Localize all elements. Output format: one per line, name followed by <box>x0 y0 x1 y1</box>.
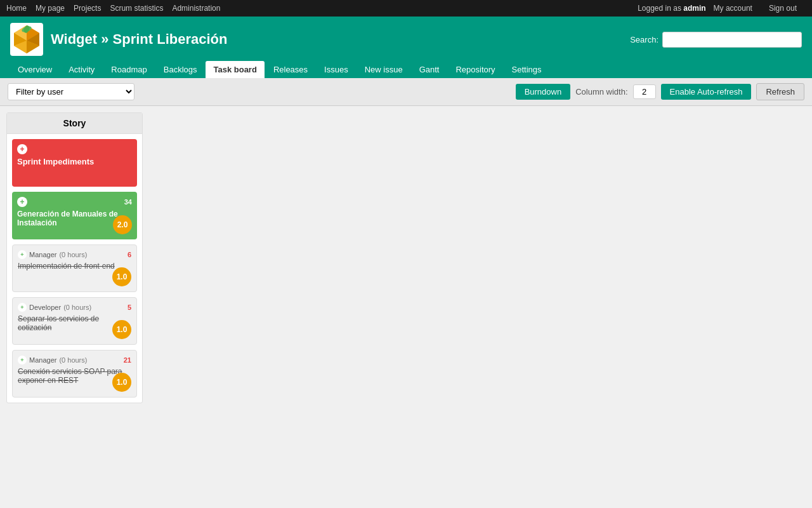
logo-icon <box>10 23 43 56</box>
card-assignee-icon: + <box>18 356 27 364</box>
nav-mypage[interactable]: My page <box>36 4 65 13</box>
nav-tab-new-issue[interactable]: New issue <box>357 61 410 78</box>
story-column-body: + Sprint Impediments + 34 Generación de … <box>7 134 142 403</box>
toolbar: Filter by user Burndown Column width: En… <box>0 78 812 106</box>
nav-projects[interactable]: Projects <box>74 4 101 13</box>
page-title: Widget » Sprint Liberación <box>51 31 228 48</box>
logged-in-label: Logged in as admin <box>638 4 705 13</box>
nav-home[interactable]: Home <box>6 4 27 13</box>
card-icon-plus: + <box>17 197 27 207</box>
nav-tab-task-board[interactable]: Task board <box>206 61 264 78</box>
nav-tab-gantt[interactable]: Gantt <box>412 61 447 78</box>
card-manager-conexion[interactable]: + Manager (0 hours) 21 Conexión servicio… <box>12 350 137 398</box>
search-area: Search: <box>630 32 802 48</box>
refresh-button[interactable]: Refresh <box>756 83 804 100</box>
card-developer-separar[interactable]: + Developer (0 hours) 5 Separar los serv… <box>12 297 137 345</box>
nav-tab-activity[interactable]: Activity <box>61 61 102 78</box>
search-label: Search: <box>630 35 658 44</box>
card-assignee: Manager <box>29 356 56 364</box>
nav-tab-backlogs[interactable]: Backlogs <box>156 61 205 78</box>
enable-autorefresh-button[interactable]: Enable Auto-refresh <box>661 84 752 100</box>
column-width-input[interactable] <box>633 84 656 99</box>
my-account-link[interactable]: My account <box>714 4 752 13</box>
header: Widget » Sprint Liberación Search: Overv… <box>0 17 812 78</box>
card-task-num: 21 <box>124 356 131 364</box>
card-assignee-icon: + <box>18 303 27 312</box>
card-task-num: 5 <box>128 304 131 311</box>
card-icon-plus: + <box>17 144 27 154</box>
top-nav-right: Logged in as admin My account Sign out <box>638 4 806 13</box>
nav-admin[interactable]: Administration <box>172 4 220 13</box>
nav-tab-repository[interactable]: Repository <box>448 61 502 78</box>
top-navigation: Home My page Projects Scrum statistics A… <box>0 0 812 17</box>
card-number: 34 <box>124 198 132 206</box>
burndown-button[interactable]: Burndown <box>516 84 571 100</box>
card-task-title: Implementación de front-end <box>18 262 131 271</box>
nav-tab-issues[interactable]: Issues <box>317 61 356 78</box>
card-generacion-manuales[interactable]: + 34 Generación de Manuales de Instalaci… <box>12 192 137 239</box>
card-badge: 1.0 <box>112 373 131 392</box>
card-badge: 1.0 <box>112 267 131 286</box>
filter-by-user-select[interactable]: Filter by user <box>8 83 134 100</box>
card-task-num: 6 <box>128 251 131 258</box>
logo-area: Widget » Sprint Liberación <box>10 23 228 56</box>
nav-tab-releases[interactable]: Releases <box>266 61 315 78</box>
username: admin <box>683 4 705 13</box>
card-hours: (0 hours) <box>59 251 87 258</box>
card-assignee-icon: + <box>18 250 27 259</box>
column-width-label: Column width: <box>575 87 627 97</box>
card-assignee: Manager <box>29 251 56 258</box>
sub-navigation: OverviewActivityRoadmapBacklogsTask boar… <box>10 61 802 78</box>
search-input[interactable] <box>662 32 802 48</box>
toolbar-right: Burndown Column width: Enable Auto-refre… <box>516 83 804 100</box>
nav-tab-settings[interactable]: Settings <box>504 61 549 78</box>
nav-tab-roadmap[interactable]: Roadmap <box>103 61 154 78</box>
sign-out-link[interactable]: Sign out <box>769 4 797 13</box>
story-column: Story + Sprint Impediments + 34 Generaci… <box>6 112 143 403</box>
card-manager-implementacion[interactable]: + Manager (0 hours) 6 Implementación de … <box>12 244 137 292</box>
board: Story + Sprint Impediments + 34 Generaci… <box>0 106 812 500</box>
card-badge: 1.0 <box>112 320 131 339</box>
nav-tab-overview[interactable]: Overview <box>10 61 60 78</box>
card-badge: 2.0 <box>113 215 132 234</box>
card-hours: (0 hours) <box>59 356 87 364</box>
card-hours: (0 hours) <box>63 304 91 311</box>
nav-scrum[interactable]: Scrum statistics <box>110 4 163 13</box>
card-sprint-impediments[interactable]: + Sprint Impediments <box>12 139 137 187</box>
story-column-header: Story <box>7 113 142 134</box>
card-title: Sprint Impediments <box>17 157 132 166</box>
card-assignee: Developer <box>29 304 61 311</box>
